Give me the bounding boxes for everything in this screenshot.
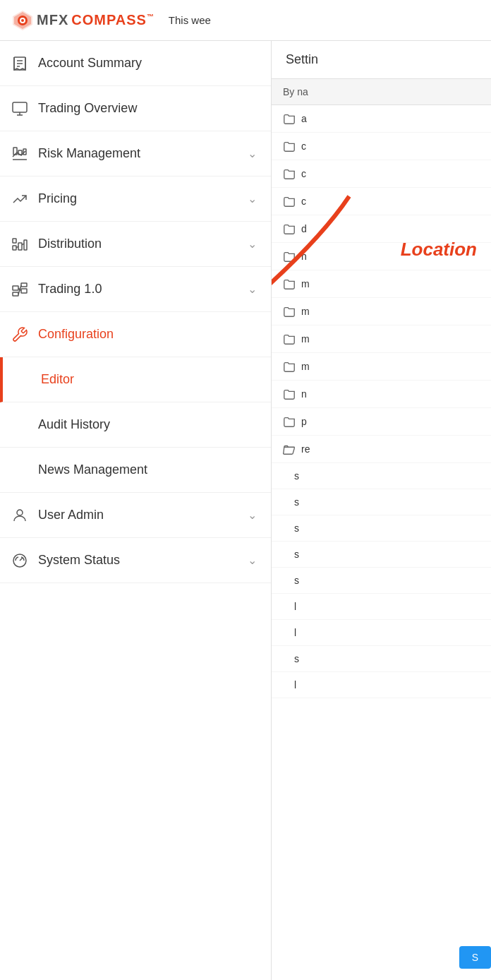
folder-item-s1[interactable]: s: [272, 463, 491, 489]
sidebar-label-trading-1: Trading 1.0: [38, 282, 102, 297]
sidebar-item-system-status[interactable]: System Status ⌄: [0, 538, 271, 583]
sidebar-item-audit-history[interactable]: Audit History: [0, 402, 271, 448]
folder-item-l3[interactable]: l: [272, 672, 491, 698]
svg-rect-23: [21, 289, 27, 293]
wrench-icon: [11, 326, 28, 343]
user-icon: [11, 507, 28, 524]
sidebar-item-trading-overview[interactable]: Trading Overview: [0, 86, 271, 131]
folder-icon: [283, 305, 296, 318]
gauge-icon: [11, 552, 28, 569]
folder-item-s5[interactable]: s: [272, 568, 491, 594]
folder-item-l2[interactable]: l: [272, 620, 491, 646]
sidebar-label-system-status: System Status: [38, 553, 120, 568]
folder-item-c2[interactable]: c: [272, 160, 491, 188]
action-button[interactable]: S: [459, 946, 491, 969]
pricing-chevron: ⌄: [248, 192, 257, 205]
svg-rect-18: [24, 240, 27, 250]
folder-icon: [283, 388, 296, 400]
folder-item-s4[interactable]: s: [272, 542, 491, 568]
folder-item-p[interactable]: p: [272, 408, 491, 436]
folder-item-a[interactable]: a: [272, 105, 491, 133]
sidebar-item-editor[interactable]: Editor: [0, 357, 271, 402]
sidebar-label-account-summary: Account Summary: [38, 56, 142, 71]
logo-area: MFX COMPASS™: [11, 9, 154, 32]
sidebar-item-configuration[interactable]: Configuration: [0, 312, 271, 357]
sidebar-label-pricing: Pricing: [38, 191, 77, 206]
sidebar-label-configuration: Configuration: [38, 327, 114, 342]
svg-point-28: [17, 510, 23, 515]
svg-point-4: [21, 19, 24, 22]
receipt-icon: [11, 55, 28, 72]
folder-item-m3[interactable]: m: [272, 325, 491, 353]
svg-rect-22: [13, 286, 18, 290]
folder-icon: [283, 277, 296, 290]
svg-rect-9: [13, 102, 27, 112]
folder-item-s3[interactable]: s: [272, 515, 491, 542]
sidebar-item-distribution[interactable]: Distribution ⌄: [0, 222, 271, 267]
sidebar-label-trading-overview: Trading Overview: [38, 101, 137, 116]
folder-item-s2[interactable]: s: [272, 489, 491, 515]
folder-item-m2[interactable]: m: [272, 298, 491, 325]
folder-icon: [283, 112, 296, 125]
folder-item-c3[interactable]: c: [272, 188, 491, 215]
main-layout: Account Summary Trading Overview: [0, 41, 491, 980]
folder-item-d[interactable]: d: [272, 215, 491, 243]
folder-item-h[interactable]: h: [272, 243, 491, 270]
sidebar-label-audit-history: Audit History: [38, 417, 110, 432]
sidebar-label-risk-management: Risk Management: [38, 146, 140, 161]
sidebar-label-news-management: News Management: [38, 462, 147, 477]
svg-rect-25: [21, 283, 27, 287]
folder-list: a c c c d h m: [272, 105, 491, 698]
folder-icon: [283, 140, 296, 153]
svg-rect-16: [13, 246, 16, 250]
svg-rect-24: [13, 292, 18, 296]
chart-bar-icon: [11, 145, 28, 162]
distribution-chevron: ⌄: [248, 237, 257, 251]
sidebar-label-editor: Editor: [41, 372, 74, 387]
filter-bar[interactable]: By na: [272, 79, 491, 105]
sidebar-item-news-management[interactable]: News Management: [0, 448, 271, 493]
folder-item-c1[interactable]: c: [272, 133, 491, 160]
app-header: MFX COMPASS™ This wee: [0, 0, 491, 41]
folder-icon: [283, 250, 296, 263]
folder-icon: [283, 195, 296, 208]
folder-icon: [283, 360, 296, 373]
folder-item-n[interactable]: n: [272, 381, 491, 408]
monitor-icon: [11, 100, 28, 117]
sidebar-item-risk-management[interactable]: Risk Management ⌄: [0, 131, 271, 177]
folder-icon: [283, 415, 296, 428]
folder-icon: [283, 222, 296, 235]
folder-item-l1[interactable]: l: [272, 594, 491, 620]
trading-1-chevron: ⌄: [248, 282, 257, 296]
svg-rect-17: [18, 243, 22, 250]
folder-icon: [283, 333, 296, 345]
sidebar-item-user-admin[interactable]: User Admin ⌄: [0, 493, 271, 538]
trending-icon: [11, 191, 28, 208]
sidebar-item-pricing[interactable]: Pricing ⌄: [0, 177, 271, 222]
user-admin-chevron: ⌄: [248, 508, 257, 522]
folder-item-s6[interactable]: s: [272, 646, 491, 672]
logo-compass-text: COMPASS™: [71, 12, 154, 28]
folder-icon-open: [283, 443, 296, 455]
folder-item-re[interactable]: re: [272, 436, 491, 463]
sidebar-label-distribution: Distribution: [38, 237, 102, 251]
risk-management-chevron: ⌄: [248, 147, 257, 160]
logo-mfx-text: MFX: [37, 12, 68, 28]
panel-header: Settin: [272, 41, 491, 79]
folder-icon: [283, 167, 296, 180]
header-this-week: This wee: [169, 14, 211, 26]
sidebar: Account Summary Trading Overview: [0, 41, 272, 980]
sidebar-item-account-summary[interactable]: Account Summary: [0, 41, 271, 86]
logo-icon: [11, 9, 34, 32]
folder-item-m1[interactable]: m: [272, 270, 491, 298]
svg-rect-19: [13, 239, 16, 243]
sidebar-item-trading-1[interactable]: Trading 1.0 ⌄: [0, 267, 271, 312]
right-panel: Settin By na a c c c d: [272, 41, 491, 980]
trading-icon: [11, 281, 28, 298]
system-status-chevron: ⌄: [248, 554, 257, 567]
folder-item-m4[interactable]: m: [272, 353, 491, 381]
distribution-icon: [11, 236, 28, 253]
sidebar-label-user-admin: User Admin: [38, 508, 104, 522]
